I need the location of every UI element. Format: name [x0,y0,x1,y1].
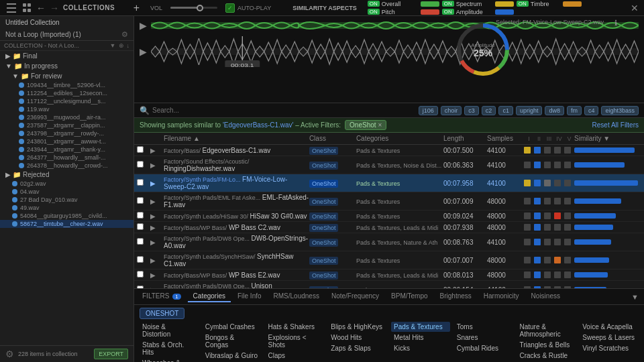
row-checkbox[interactable] [137,223,144,230]
collapse-icon[interactable]: ▼ [631,293,639,301]
play-btn-1[interactable]: ▶ [140,20,147,31]
play-btn-2[interactable]: ▶ [140,46,147,57]
row-play-btn[interactable]: ▶ [150,198,156,205]
cat-hats[interactable]: Hats & Shakers [266,322,325,332]
folder-inprogress[interactable]: ▼📁In progress [0,61,133,71]
cat-triangles[interactable]: Triangles & Bells [517,340,576,350]
cat-nature[interactable]: Nature & Athmospheric [517,322,576,339]
list-item[interactable]: 49.wav [0,204,133,212]
cat-pads[interactable]: Pads & Textures [391,322,450,332]
tag-c2[interactable]: c2 [482,106,496,115]
reset-all-btn[interactable]: Reset All Filters [592,121,639,129]
tag-c1[interactable]: c1 [498,106,513,115]
row-checkbox[interactable] [137,212,144,219]
cat-sweeps[interactable]: Sweeps & Lasers [580,333,639,343]
row-play-btn[interactable]: ▶ [150,213,156,220]
table-row[interactable]: ▶ Factory/Synth Pads/DW8 Ope... DW8-Open… [134,233,644,251]
list-item[interactable]: 109434__timbre__52906-vl... [0,81,133,89]
cat-wood[interactable]: Wood Hits [328,333,387,343]
col-samples-header[interactable]: Samples [487,135,524,142]
tag-c3[interactable]: c3 [464,106,479,115]
cat-cymbal-rides[interactable]: Cymbal Rides [454,343,513,353]
cat-bongos[interactable]: Bongos & Congas [203,333,262,350]
table-row[interactable]: ▶ Factory/Synth Pads/EML Fat Aske... EML… [134,192,644,210]
table-row[interactable]: ▶ Factory/Bass/WP Bass/ WP Bass C2.wav O… [134,222,644,233]
tab-noisiness[interactable]: Noisiness [526,291,566,302]
row-checkbox[interactable] [137,256,144,263]
tag-fm[interactable]: fm [567,106,582,115]
cat-cracks[interactable]: Cracks & Rustle [517,351,576,361]
row-play-btn[interactable]: ▶ [150,180,156,187]
close-btn[interactable]: ✕ [631,3,639,13]
list-item[interactable]: 112254__edibles__12secon... [0,89,133,97]
oneshot-filter-tag[interactable]: OneShot × [345,120,386,130]
list-item[interactable]: 236993__mugwood__air-ra... [0,113,133,121]
list-item[interactable]: 54084__guitarguy1985__civild... [0,212,133,220]
row-play-btn[interactable]: ▶ [150,272,156,279]
row-checkbox[interactable] [137,197,144,204]
export-button[interactable]: EXPORT [94,349,128,359]
table-row[interactable]: ▶ Factory/Bass/ EdgeoverBass-C1.wav OneS… [134,145,644,156]
list-item[interactable]: 27 Bad Day_010.wav [0,196,133,204]
col-class-header[interactable]: Class [309,135,356,142]
tag-dw8[interactable]: dw8 [545,106,564,115]
cat-metal[interactable]: Metal Hits [391,333,450,343]
tag-upright[interactable]: upright [516,106,543,115]
row-play-btn[interactable]: ▶ [150,257,156,264]
row-checkbox[interactable] [137,179,144,186]
folder-final[interactable]: ▶📁Final [0,51,133,61]
row-play-btn[interactable]: ▶ [150,147,156,154]
volume-slider[interactable] [170,4,217,12]
search-input[interactable] [152,107,416,114]
tab-categories[interactable]: Categories [188,291,231,302]
tab-note[interactable]: Note/Frequency [326,291,384,302]
tag-eight3bass[interactable]: eight3bass [601,106,639,115]
row-checkbox[interactable] [137,146,144,153]
auto-play-checkbox[interactable]: ✓ [225,3,235,13]
settings-icon[interactable]: ⚙ [5,349,14,359]
tag-c4[interactable]: c4 [584,106,599,115]
filter-icon2[interactable]: ⊕ [119,42,124,49]
collection-gear-icon[interactable]: ⚙ [121,30,128,39]
row-play-btn[interactable]: ▶ [150,224,156,231]
cat-zaps[interactable]: Zaps & Slaps [328,343,387,353]
folder-forreview[interactable]: ▼📁For review [0,71,133,81]
list-item[interactable]: 243801__xtrgamr__awww-t... [0,137,133,145]
cat-noise[interactable]: Noise & Distortion [140,322,199,339]
list-item[interactable]: 243944__xtrgamr__thank-y... [0,145,133,154]
col-categories-header[interactable]: Categories [356,135,443,142]
list-item[interactable]: 264377__howardly__small-... [0,154,133,162]
cat-explosions[interactable]: Explosions < Shots [266,333,325,350]
oneshot-badge[interactable]: ONESHOT [140,308,184,319]
tab-fileinfo[interactable]: File Info [232,291,267,302]
list-item[interactable]: 119.wav [0,105,133,113]
row-checkbox[interactable] [137,271,144,278]
cat-vibraslap[interactable]: Vibraslap & Guiro [203,351,262,361]
table-row[interactable]: ▶ Factory/Synth Pads/DW8 Ope... Unison P… [134,281,644,288]
row-play-btn[interactable]: ▶ [150,162,156,169]
cat-vinyl[interactable]: Vinyl Scratches [580,343,639,353]
tag-choir[interactable]: choir [441,106,462,115]
row-checkbox[interactable] [137,238,144,245]
cat-cymbal-crashes[interactable]: Cymbal Crashes [203,322,262,332]
tab-harmonicity[interactable]: Harmonicity [478,291,525,302]
row-checkbox[interactable] [137,161,144,168]
add-collection-btn[interactable]: + [133,2,140,14]
info-icon[interactable]: ℹ [614,19,617,27]
cat-kicks[interactable]: Kicks [391,343,450,353]
nav-back[interactable]: ← [36,3,46,13]
cat-blips[interactable]: Blips & HighKeys [328,322,387,332]
tab-filters[interactable]: FILTERS 1 [137,291,186,302]
table-row[interactable]: ▶ Factory/Sound Effects/Acoustic/ Ringin… [134,156,644,174]
tab-brightness[interactable]: Brightness [435,291,477,302]
tag-j106[interactable]: j106 [419,106,438,115]
table-row[interactable]: ▶ Factory/Synth Leads/SynchHSaw/ SynchHS… [134,251,644,269]
list-item-selected[interactable]: 58672__timtube__cheer-2.wav [0,220,133,228]
filter-icon3[interactable]: ↓ [127,42,130,49]
cat-snares[interactable]: Snares [454,333,513,343]
nav-forward[interactable]: → [50,3,59,13]
tab-rms[interactable]: RMS/Loudness [268,291,325,302]
list-item[interactable]: 237587__xtrgamr__clappin... [0,121,133,129]
list-item[interactable]: 243798__xtrgamr__rowdy-... [0,129,133,137]
filter-icon[interactable]: ▼ [110,42,116,49]
